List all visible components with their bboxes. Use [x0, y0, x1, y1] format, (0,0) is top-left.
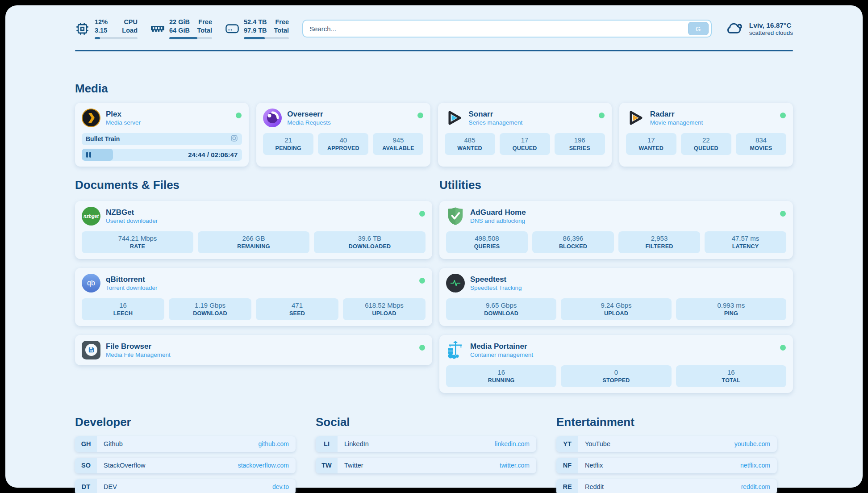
- weather-widget: Lviv, 16.87°C scattered clouds: [725, 21, 793, 37]
- stat-stopped: 0 STOPPED: [561, 365, 671, 387]
- app-subtitle: Media File Management: [106, 351, 171, 358]
- app-title: AdGuard Home: [470, 208, 526, 217]
- speedtest-icon: [446, 274, 465, 292]
- bookmark-netflix[interactable]: NF Netflix netflix.com: [556, 458, 777, 473]
- ram-progress-fill: [169, 37, 197, 39]
- app-card-adguard[interactable]: AdGuard Home DNS and adblocking 498,508 …: [439, 201, 793, 259]
- stat-remaining: 266 GB REMAINING: [198, 231, 309, 253]
- app-card-qbittorrent[interactable]: qb qBittorrent Torrent downloader 16 LEE…: [75, 268, 432, 326]
- bookmark-url: dev.to: [272, 483, 296, 490]
- app-card-radarr[interactable]: Radarr Movie management 17 WANTED 22 QUE…: [619, 103, 793, 167]
- section-heading-social: Social: [316, 415, 536, 429]
- bookmark-abbr: NF: [556, 458, 578, 473]
- weather-location-temp: Lviv, 16.87°C: [749, 21, 793, 29]
- app-card-overseerr[interactable]: Overseerr Media Requests 21 PENDING 40 A…: [256, 103, 430, 167]
- app-subtitle: Media Requests: [287, 119, 331, 126]
- app-title: Speedtest: [470, 275, 522, 284]
- app-subtitle: Series management: [469, 119, 523, 126]
- stat-wanted: 485 WANTED: [445, 133, 495, 155]
- cpu-progress-bar: [95, 37, 138, 39]
- cpu-labels: CPU Load: [122, 18, 138, 35]
- bookmark-stackoverflow[interactable]: SO StackOverflow stackoverflow.com: [75, 458, 296, 473]
- app-card-filebrowser[interactable]: File Browser Media File Management: [75, 335, 432, 365]
- disk-labels: Free Total: [274, 18, 289, 35]
- disk-progress-bar: [244, 37, 289, 39]
- search-engine-button[interactable]: G: [688, 22, 709, 35]
- cpu-widget: 12% 3.15 CPU Load: [75, 18, 138, 39]
- stat-available: 945 AVAILABLE: [373, 133, 423, 155]
- stat-download: 1.19 Gbps DOWNLOAD: [169, 298, 251, 320]
- weather-condition: scattered clouds: [749, 29, 793, 36]
- app-card-portainer[interactable]: Media Portainer Container management 16 …: [439, 335, 793, 393]
- header-bar: 12% 3.15 CPU Load: [75, 5, 793, 39]
- app-title: qBittorrent: [106, 275, 158, 284]
- bookmark-url: linkedin.com: [495, 440, 536, 447]
- stat-upload: 9.24 Gbps UPLOAD: [561, 298, 671, 320]
- bookmark-github[interactable]: GH Github github.com: [75, 436, 296, 452]
- disk-values: 52.4 TB 97.9 TB: [244, 18, 267, 35]
- bookmark-reddit[interactable]: RE Reddit reddit.com: [556, 479, 777, 493]
- disk-widget: 52.4 TB 97.9 TB Free Total: [225, 18, 289, 39]
- stat-pending: 21 PENDING: [263, 133, 313, 155]
- bookmark-url: reddit.com: [741, 483, 777, 490]
- bookmark-name: StackOverflow: [97, 462, 238, 469]
- stat-wanted: 17 WANTED: [626, 133, 676, 155]
- bookmark-name: Github: [97, 440, 259, 447]
- bookmark-dev[interactable]: DT DEV dev.to: [75, 479, 296, 493]
- status-dot: [780, 113, 786, 118]
- app-card-sonarr[interactable]: Sonarr Series management 485 WANTED 17 Q…: [438, 103, 612, 167]
- header-divider: [75, 50, 793, 51]
- ram-widget: 22 GiB 64 GiB Free Total: [151, 18, 212, 39]
- app-card-plex[interactable]: Plex Media server Bullet Train: [75, 103, 249, 167]
- bookmark-name: LinkedIn: [338, 440, 495, 447]
- status-dot: [780, 211, 786, 217]
- stat-series: 196 SERIES: [555, 133, 605, 155]
- app-subtitle: Speedtest Tracking: [470, 284, 522, 291]
- status-dot: [419, 211, 425, 217]
- video-session-icon: [230, 134, 238, 144]
- ram-progress-bar: [169, 37, 212, 39]
- search-input[interactable]: [309, 25, 684, 33]
- bookmark-abbr: TW: [316, 458, 338, 473]
- nzbget-icon: nzbget: [82, 207, 100, 226]
- stat-leech: 16 LEECH: [82, 298, 164, 320]
- stat-downloaded: 39.6 TB DOWNLOADED: [314, 231, 426, 253]
- ram-values: 22 GiB 64 GiB: [169, 18, 190, 35]
- stat-total: 16 TOTAL: [676, 365, 786, 387]
- bookmark-name: Twitter: [338, 462, 500, 469]
- disk-drive-icon: [225, 24, 239, 33]
- cloud-icon: [725, 21, 744, 37]
- now-playing-row: Bullet Train: [82, 133, 242, 145]
- bookmark-name: YouTube: [578, 440, 734, 447]
- app-subtitle: Movie management: [650, 119, 703, 126]
- app-card-speedtest[interactable]: Speedtest Speedtest Tracking 9.65 Gbps D…: [439, 268, 793, 326]
- app-subtitle: DNS and adblocking: [470, 217, 526, 224]
- bookmark-url: github.com: [259, 440, 296, 447]
- bookmark-name: Netflix: [578, 462, 740, 469]
- stat-queries: 498,508 QUERIES: [446, 231, 528, 253]
- app-subtitle: Torrent downloader: [106, 284, 158, 291]
- bookmark-abbr: DT: [75, 479, 97, 493]
- ram-labels: Free Total: [197, 18, 212, 35]
- playback-progress-bar: 24:44 / 02:06:47: [82, 149, 242, 161]
- qbittorrent-icon: qb: [82, 274, 100, 292]
- cpu-progress-fill: [95, 37, 100, 39]
- bookmark-youtube[interactable]: YT YouTube youtube.com: [556, 436, 777, 452]
- stat-latency: 47.57 ms LATENCY: [705, 231, 786, 253]
- radarr-icon: [626, 109, 645, 127]
- stat-queued: 22 QUEUED: [681, 133, 731, 155]
- bookmark-name: DEV: [97, 483, 272, 490]
- bookmark-linkedin[interactable]: LI LinkedIn linkedin.com: [316, 436, 536, 452]
- bookmark-twitter[interactable]: TW Twitter twitter.com: [316, 458, 536, 473]
- stat-seed: 471 SEED: [256, 298, 338, 320]
- app-card-nzbget[interactable]: nzbget NZBGet Usenet downloader 744.21 M…: [75, 201, 432, 259]
- bookmark-url: netflix.com: [740, 462, 777, 469]
- app-title: Overseerr: [287, 110, 331, 119]
- app-title: File Browser: [106, 342, 171, 351]
- stat-filtered: 2,953 FILTERED: [618, 231, 700, 253]
- status-dot: [780, 345, 786, 351]
- filebrowser-icon: [82, 341, 100, 359]
- app-title: NZBGet: [106, 208, 158, 217]
- section-heading-documents: Documents & Files: [75, 178, 432, 192]
- bookmark-abbr: YT: [556, 436, 578, 452]
